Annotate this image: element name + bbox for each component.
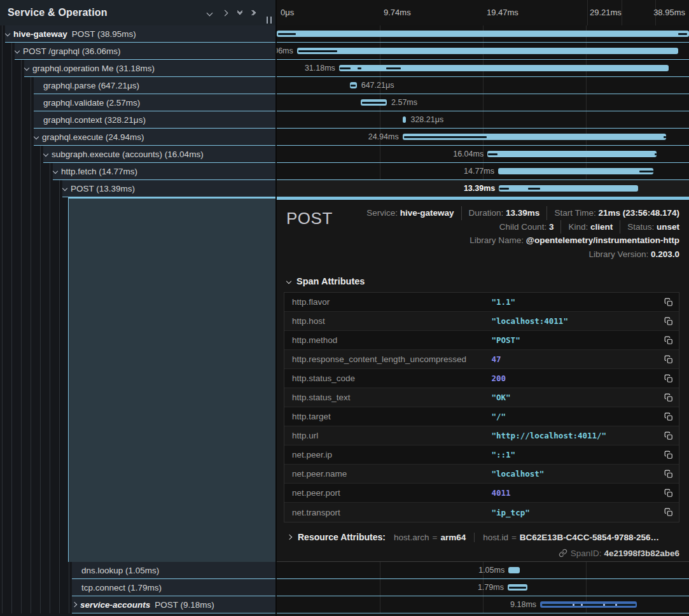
span-row-name-cell[interactable]: POST (13.39ms): [0, 180, 277, 197]
span-bar[interactable]: [403, 116, 407, 123]
span-bar[interactable]: [498, 168, 653, 174]
span-row[interactable]: graphql.parse (647.21μs)647.21μs: [0, 77, 689, 94]
span-duration-label: 2.57ms: [391, 94, 417, 111]
attribute-row: http.url"http://localhost:4011/": [284, 426, 679, 445]
span-row-name-cell[interactable]: hive-gatewayPOST (38.95ms): [0, 25, 277, 43]
copy-icon[interactable]: [664, 470, 673, 479]
span-bar[interactable]: [499, 185, 638, 192]
chevron-right-icon[interactable]: [72, 602, 77, 607]
chevron-down-icon[interactable]: [5, 31, 10, 36]
span-row-timeline-cell[interactable]: 16.04ms: [277, 146, 689, 163]
meta-label: Service:: [366, 208, 400, 218]
span-row[interactable]: tcp.connect (1.79ms)1.79ms: [0, 579, 689, 596]
span-row-name-cell[interactable]: dns.lookup (1.05ms): [0, 562, 277, 579]
span-row-timeline-cell[interactable]: 24.94ms: [277, 129, 689, 146]
copy-icon[interactable]: [664, 374, 673, 383]
span-row-name-cell[interactable]: graphql.parse (647.21μs): [0, 77, 277, 94]
operation-name: graphql.parse (647.21μs): [43, 81, 139, 90]
attribute-key: http.method: [284, 335, 492, 345]
resource-attributes-row[interactable]: Resource Attributes: host.arch=arm64host…: [286, 531, 679, 543]
span-row-timeline-cell[interactable]: 13.39ms: [277, 180, 689, 197]
span-row-name-cell[interactable]: subgraph.execute (accounts) (16.04ms): [0, 146, 277, 163]
span-row-name-cell[interactable]: http.fetch (14.77ms): [0, 163, 277, 180]
span-row-name-cell[interactable]: graphql.validate (2.57ms): [0, 94, 277, 111]
span-row[interactable]: dns.lookup (1.05ms)1.05ms: [0, 562, 689, 579]
span-duration-label: 647.21μs: [361, 77, 394, 94]
span-row[interactable]: graphql.operation Me (31.18ms)31.18ms: [0, 60, 689, 77]
span-row-timeline-cell[interactable]: 328.21μs: [277, 111, 689, 129]
span-row-name-cell[interactable]: POST /graphql (36.06ms): [0, 43, 277, 60]
span-row-timeline-cell[interactable]: 14.77ms: [277, 163, 689, 180]
span-row-name-cell[interactable]: graphql.operation Me (31.18ms): [0, 60, 277, 77]
span-attributes-header[interactable]: Span Attributes: [287, 276, 679, 286]
span-meta-item: Start Time: 21ms (23:56:48.174): [546, 206, 679, 220]
span-row[interactable]: subgraph.execute (accounts) (16.04ms)16.…: [0, 146, 689, 163]
span-row-timeline-cell[interactable]: 2.57ms: [277, 94, 689, 111]
span-row[interactable]: POST (13.39ms)13.39ms: [0, 180, 689, 197]
collapse-one-icon[interactable]: [207, 11, 212, 15]
copy-icon[interactable]: [664, 431, 673, 440]
copy-icon[interactable]: [664, 508, 673, 517]
span-child-segment: [351, 85, 356, 87]
copy-icon[interactable]: [664, 489, 673, 498]
meta-label: Child Count:: [499, 222, 549, 232]
span-row[interactable]: hive-gatewayPOST (38.95ms)38.95ms: [0, 25, 689, 43]
span-row-timeline-cell[interactable]: 36.06ms: [277, 43, 689, 60]
span-row-name-cell[interactable]: graphql.execute (24.94ms): [0, 129, 277, 146]
span-row-timeline-cell[interactable]: 647.21μs: [277, 77, 689, 94]
chevron-down-icon[interactable]: [34, 134, 39, 139]
span-row[interactable]: graphql.validate (2.57ms)2.57ms: [0, 94, 689, 111]
span-row[interactable]: service-accountsPOST (9.18ms)9.18ms: [0, 596, 689, 613]
column-resizer-handle[interactable]: [267, 17, 272, 24]
operation-name: dns.lookup (1.05ms): [81, 566, 159, 575]
chevron-down-icon[interactable]: [53, 169, 58, 174]
span-row-timeline-cell[interactable]: 38.95ms: [277, 25, 689, 43]
attribute-key: http.url: [284, 431, 492, 440]
span-bar[interactable]: [508, 567, 520, 573]
span-row-name-cell[interactable]: service-accountsPOST (9.18ms): [0, 596, 277, 613]
span-id-row: SpanID:4e21998f3b82abe6: [286, 549, 679, 558]
span-row-timeline-cell[interactable]: 31.18ms: [277, 60, 689, 77]
span-tick-dot: [603, 604, 605, 606]
span-row-timeline-cell[interactable]: 9.18ms: [277, 596, 689, 613]
resource-attribute-item: host.id=BC62E13B-C4CC-5854-9788-256…: [474, 533, 659, 542]
chevron-down-icon[interactable]: [62, 186, 67, 191]
tree-guide-lines: [0, 111, 34, 129]
span-row[interactable]: graphql.execute (24.94ms)24.94ms: [0, 129, 689, 146]
span-bar[interactable]: [277, 31, 689, 37]
copy-icon[interactable]: [664, 393, 673, 402]
collapse-all-icon[interactable]: [238, 11, 242, 14]
copy-icon[interactable]: [664, 317, 673, 326]
selected-span-left-fill: [68, 197, 275, 562]
span-row[interactable]: POST /graphql (36.06ms)36.06ms: [0, 43, 689, 60]
chevron-down-icon[interactable]: [24, 66, 29, 71]
operation-name: graphql.execute (24.94ms): [42, 132, 144, 142]
link-icon[interactable]: [559, 549, 567, 557]
span-id-value: 4e21998f3b82abe6: [604, 549, 679, 558]
span-bar[interactable]: [297, 48, 678, 54]
copy-icon[interactable]: [664, 451, 673, 459]
expand-one-icon[interactable]: [223, 11, 227, 15]
tree-guide-lines: [0, 146, 43, 163]
span-row[interactable]: http.fetch (14.77ms)14.77ms: [0, 163, 689, 180]
span-child-segment: [278, 33, 296, 35]
span-duration-label: 9.18ms: [510, 596, 536, 613]
span-row-timeline-cell[interactable]: 1.05ms: [277, 562, 689, 579]
copy-icon[interactable]: [664, 412, 673, 421]
resource-attributes-items: host.arch=arm64host.id=BC62E13B-C4CC-585…: [394, 531, 659, 543]
operation-name: POST (9.18ms): [155, 600, 214, 610]
copy-icon[interactable]: [664, 298, 673, 307]
span-attributes-title: Span Attributes: [296, 276, 365, 286]
expand-all-icon[interactable]: [253, 11, 255, 15]
span-child-segment: [509, 587, 526, 589]
copy-icon[interactable]: [664, 355, 673, 364]
chevron-down-icon[interactable]: [15, 48, 20, 53]
span-meta-line: Library Name: @opentelemetry/instrumenta…: [333, 234, 679, 248]
span-row[interactable]: graphql.context (328.21μs)328.21μs: [0, 111, 689, 129]
chevron-down-icon[interactable]: [43, 151, 48, 157]
copy-icon[interactable]: [664, 336, 673, 345]
span-bar[interactable]: [487, 151, 657, 157]
span-row-timeline-cell[interactable]: 1.79ms: [277, 579, 689, 596]
span-row-name-cell[interactable]: graphql.context (328.21μs): [0, 111, 277, 129]
span-row-name-cell[interactable]: tcp.connect (1.79ms): [0, 579, 277, 596]
